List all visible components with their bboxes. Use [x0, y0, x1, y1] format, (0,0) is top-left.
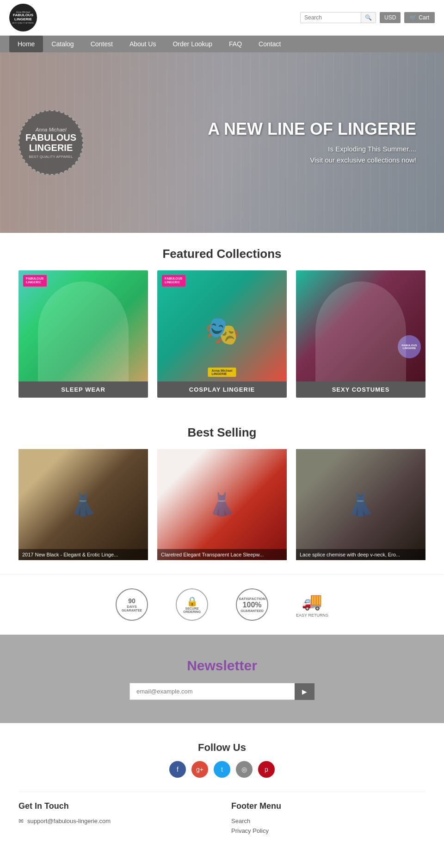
- newsletter-email-input[interactable]: [130, 683, 295, 700]
- bs-overlay-dark: Lace splice chemise with deep v-neck, Er…: [296, 549, 426, 560]
- trust-easy-text: EASY RETURNS: [296, 613, 328, 618]
- nav-item-about[interactable]: About Us: [121, 36, 165, 52]
- trust-row: 90 DAYS GUARANTEE 🔒 SECURE ORDERING SATI…: [0, 574, 444, 635]
- truck-icon: 🚚: [302, 592, 322, 611]
- feat-card-cosplay[interactable]: FABULOUSLINGERIE 🎭 Anna MichaelLINGERIE …: [157, 270, 287, 398]
- social-instagram[interactable]: ◎: [236, 761, 253, 778]
- trust-guarantee-text: GUARANTEE: [122, 609, 142, 612]
- nav-item-catalog[interactable]: Catalog: [43, 36, 82, 52]
- footer-menu-col: Footer Menu Search Privacy Policy: [231, 801, 426, 837]
- hero-badge-brand2: LINGERIE: [29, 143, 73, 153]
- logo-sub: BEST QUALITY APPAREL: [12, 22, 34, 25]
- nav-item-contact[interactable]: Contact: [250, 36, 289, 52]
- footer: Follow Us f g+ t ◎ p Get In Touch ✉ supp…: [0, 723, 444, 846]
- bs-card-red[interactable]: 👗 Claretred Elegant Transparent Lace Sle…: [157, 449, 287, 560]
- nav-item-faq[interactable]: FAQ: [221, 36, 250, 52]
- main-nav: Home Catalog Contest About Us Order Look…: [0, 36, 444, 52]
- mask-icon: 🎭: [205, 314, 240, 347]
- footer-menu-title: Footer Menu: [231, 801, 426, 811]
- email-icon: ✉: [18, 818, 24, 824]
- trust-badge-secure: 🔒 SECURE ORDERING: [176, 588, 208, 621]
- hero-logo-badge: Anna Michael FABULOUS LINGERIE BEST QUAL…: [18, 110, 83, 175]
- nav-item-home[interactable]: Home: [9, 36, 43, 52]
- feat-card-img-cosplay: FABULOUSLINGERIE 🎭 Anna MichaelLINGERIE: [157, 270, 287, 381]
- feat-badge-cosplay: FABULOUSLINGERIE: [162, 275, 185, 287]
- social-pinterest[interactable]: p: [258, 761, 275, 778]
- cart-icon: 🛒: [410, 14, 417, 21]
- hero-text: A NEW LINE OF LINGERIE Is Exploding This…: [208, 119, 416, 166]
- cart-label: Cart: [419, 14, 429, 21]
- bs-person-black: 👗: [69, 492, 97, 518]
- footer-bottom: Get In Touch ✉ support@fabulous-lingerie…: [18, 792, 426, 837]
- trust-100-text: 100%: [243, 601, 262, 609]
- feat-label-sleep: SLEEP WEAR: [18, 381, 148, 398]
- trust-sat-text: SATISFACTION: [239, 597, 265, 601]
- newsletter-form: ▶: [130, 683, 314, 700]
- hero-subtext1: Is Exploding This Summer....: [208, 144, 416, 155]
- footer-email-row: ✉ support@fabulous-lingerie.com: [18, 818, 213, 824]
- bs-title-black: 2017 New Black - Elegant & Erotic Linge.…: [22, 552, 118, 557]
- hero-banner: Anna Michael FABULOUS LINGERIE BEST QUAL…: [0, 52, 444, 233]
- feat-card-costume[interactable]: FABULOUSLINGERIE SEXY COSTUMES: [296, 270, 426, 398]
- feat-label-costume: SEXY COSTUMES: [296, 381, 426, 398]
- trust-guaranteed-text: GUARANTEED: [240, 609, 263, 612]
- hero-badge-brand1: FABULOUS: [25, 132, 76, 143]
- feat-badge-sleep: FABULOUSLINGERIE: [23, 275, 47, 287]
- cosplay-brand-badge: Anna MichaelLINGERIE: [208, 368, 236, 377]
- feat-card-img-sleep: FABULOUSLINGERIE: [18, 270, 148, 381]
- social-googleplus[interactable]: g+: [191, 761, 208, 778]
- social-facebook[interactable]: f: [169, 761, 186, 778]
- bs-card-img-dark: 👗 Lace splice chemise with deep v-neck, …: [296, 449, 426, 560]
- footer-link-privacy[interactable]: Privacy Policy: [231, 827, 426, 834]
- cart-button[interactable]: 🛒 Cart: [404, 12, 435, 23]
- logo[interactable]: Anna Michael FABULOUS LINGERIE BEST QUAL…: [9, 4, 37, 31]
- trust-circle-secure: 🔒 SECURE ORDERING: [176, 588, 208, 621]
- nav-item-order-lookup[interactable]: Order Lookup: [164, 36, 221, 52]
- hero-heading: A NEW LINE OF LINGERIE: [208, 119, 416, 139]
- follow-title: Follow Us: [18, 742, 426, 754]
- newsletter-submit-button[interactable]: ▶: [295, 683, 314, 700]
- search-input[interactable]: [301, 12, 361, 23]
- footer-link-search[interactable]: Search: [231, 818, 426, 824]
- trust-circle-guarantee: 90 DAYS GUARANTEE: [116, 588, 148, 621]
- bs-person-red: 👗: [208, 492, 236, 518]
- search-box: 🔍: [300, 12, 376, 23]
- trust-ordering-text: ORDERING: [183, 610, 201, 613]
- bs-card-black[interactable]: 👗 2017 New Black - Elegant & Erotic Ling…: [18, 449, 148, 560]
- footer-contact-col: Get In Touch ✉ support@fabulous-lingerie…: [18, 801, 213, 837]
- footer-email: support@fabulous-lingerie.com: [27, 818, 111, 824]
- bestselling-title: Best Selling: [0, 412, 444, 449]
- bs-card-dark[interactable]: 👗 Lace splice chemise with deep v-neck, …: [296, 449, 426, 560]
- bs-card-img-red: 👗 Claretred Elegant Transparent Lace Sle…: [157, 449, 287, 560]
- follow-section: Follow Us f g+ t ◎ p: [18, 742, 426, 778]
- trust-secure-text: SECURE: [185, 607, 198, 610]
- bs-card-img-black: 👗 2017 New Black - Elegant & Erotic Ling…: [18, 449, 148, 560]
- lock-icon: 🔒: [186, 596, 198, 607]
- card-person-sleep: [38, 281, 129, 381]
- hero-badge-script: Anna Michael: [36, 127, 67, 132]
- hero-badge-sub: BEST QUALITY APPAREL: [29, 155, 73, 159]
- logo-brand2: LINGERIE: [12, 18, 34, 22]
- feat-card-sleep[interactable]: FABULOUSLINGERIE SLEEP WEAR: [18, 270, 148, 398]
- bs-overlay-black: 2017 New Black - Elegant & Erotic Linge.…: [18, 549, 148, 560]
- trust-badge-shipping: 🚚 EASY RETURNS: [296, 592, 328, 618]
- card-person-costume: [315, 281, 406, 381]
- bs-title-dark: Lace splice chemise with deep v-neck, Er…: [300, 552, 400, 557]
- social-twitter[interactable]: t: [214, 761, 230, 778]
- featured-section: Featured Collections FABULOUSLINGERIE SL…: [0, 233, 444, 412]
- nav-item-contest[interactable]: Contest: [82, 36, 121, 52]
- bs-title-red: Claretred Elegant Transparent Lace Sleep…: [161, 552, 264, 557]
- trust-badge-guarantee: 90 DAYS GUARANTEE: [116, 588, 148, 621]
- bestsell-grid: 👗 2017 New Black - Elegant & Erotic Ling…: [0, 449, 444, 574]
- featured-grid: FABULOUSLINGERIE SLEEP WEAR FABULOUSLING…: [0, 270, 444, 412]
- feat-label-cosplay: COSPLAY LINGERIE: [157, 381, 287, 398]
- social-icons: f g+ t ◎ p: [18, 761, 426, 778]
- trust-days-number: 90: [128, 597, 136, 605]
- bs-overlay-red: Claretred Elegant Transparent Lace Sleep…: [157, 549, 287, 560]
- trust-circle-sat: SATISFACTION 100% GUARANTEED: [236, 588, 268, 621]
- currency-button[interactable]: USD: [380, 12, 401, 23]
- search-button[interactable]: 🔍: [361, 12, 376, 23]
- bestselling-section: Best Selling 👗 2017 New Black - Elegant …: [0, 412, 444, 574]
- trust-days-text: DAYS: [127, 605, 137, 609]
- newsletter-title: Newsletter: [18, 658, 426, 674]
